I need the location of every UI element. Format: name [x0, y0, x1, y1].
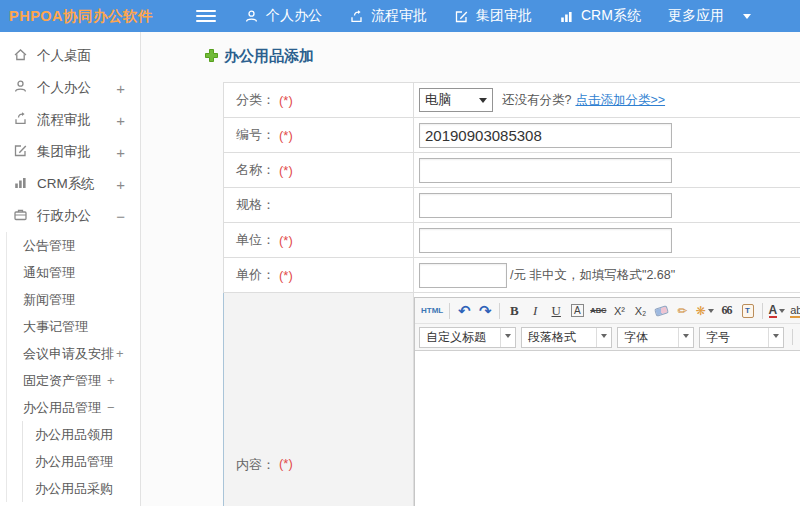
caret-down-icon [743, 14, 751, 23]
home-icon [13, 47, 28, 65]
topnav-more-apps[interactable]: 更多应用 [668, 7, 751, 25]
caret-down-icon [779, 309, 785, 316]
expand-toggle[interactable]: + [116, 112, 125, 129]
menu-toggle-icon[interactable] [196, 10, 216, 22]
caret-down-icon [505, 334, 511, 341]
editor-content-area[interactable] [415, 351, 800, 506]
edit-icon [13, 143, 28, 161]
expand-toggle[interactable]: + [116, 176, 125, 193]
format-brush-button[interactable]: ✏ [672, 301, 692, 321]
code-input[interactable] [419, 123, 672, 148]
collapse-toggle[interactable]: − [107, 400, 115, 415]
price-label: 单价： [236, 266, 275, 284]
office-supply-form: 分类： (*) 电脑 还没有分类? 点击添加分类>> 编号： (*) [223, 82, 800, 506]
caret-down-icon [479, 98, 487, 107]
caret-down-icon [773, 334, 779, 341]
topbar: PHPOA协同办公软件 个人办公 流程审批 集团审批 CRM系统 [0, 0, 800, 32]
html-source-button[interactable]: HTML [419, 301, 445, 321]
eraser-icon [654, 305, 669, 317]
price-format-hint: /元 非中文，如填写格式"2.68" [510, 267, 675, 284]
topnav-group-approval[interactable]: 集团审批 [454, 7, 532, 25]
bold-button[interactable]: B [504, 301, 524, 321]
content-label: 内容： [236, 456, 275, 474]
page-body: 个人桌面 个人办公 + 流程审批 + 集团审批 + [0, 32, 800, 506]
add-category-link[interactable]: 点击添加分类>> [575, 92, 665, 109]
category-select[interactable]: 电脑 [419, 88, 493, 112]
sidebar-item-notice-mgmt[interactable]: 通知管理 [7, 259, 140, 286]
page-title: 办公用品添加 [224, 47, 314, 66]
undo-button[interactable]: ↶ [454, 301, 474, 321]
category-hint: 还没有分类? [502, 92, 571, 109]
name-input[interactable] [419, 158, 672, 183]
redo-button[interactable]: ↷ [475, 301, 495, 321]
topnav-workflow-approval[interactable]: 流程审批 [349, 7, 427, 25]
app-logo: PHPOA协同办公软件 [0, 7, 178, 26]
add-plus-icon [205, 48, 218, 66]
sidebar-item-personal-office[interactable]: 个人办公 + [0, 72, 140, 104]
unit-input[interactable] [419, 228, 672, 253]
sidebar-item-announcement-mgmt[interactable]: 公告管理 [7, 232, 140, 259]
sidebar-item-personal-desktop[interactable]: 个人桌面 [0, 40, 140, 72]
required-marker: (*) [279, 163, 293, 178]
sidebar-item-office-supplies-mgmt[interactable]: 办公用品管理 − [7, 394, 140, 421]
editor-toolbar-row1: HTML ↶ ↷ B I U A ABC X² X₂ [415, 298, 800, 324]
blockquote-button[interactable]: 66 [717, 301, 737, 321]
form-row-category: 分类： (*) 电脑 还没有分类? 点击添加分类>> [223, 83, 800, 118]
required-marker: (*) [279, 233, 293, 248]
sidebar-item-group-approval[interactable]: 集团审批 + [0, 136, 140, 168]
spec-input[interactable] [419, 193, 672, 218]
topnav-personal-office[interactable]: 个人办公 [244, 7, 322, 25]
form-row-unit: 单位： (*) [223, 223, 800, 258]
custom-heading-select[interactable]: 自定义标题 [419, 327, 516, 348]
italic-button[interactable]: I [525, 301, 545, 321]
expand-toggle[interactable]: + [107, 373, 115, 388]
bar-chart-icon [559, 9, 574, 24]
person-icon [244, 9, 259, 24]
page-title-row: 办公用品添加 [205, 47, 800, 66]
sidebar-item-workflow-approval[interactable]: 流程审批 + [0, 104, 140, 136]
expand-toggle[interactable]: + [116, 346, 124, 361]
form-row-name: 名称： (*) [223, 153, 800, 188]
briefcase-icon [13, 207, 28, 225]
workflow-icon [349, 9, 364, 24]
collapse-toggle[interactable]: − [116, 208, 125, 225]
sidebar: 个人桌面 个人办公 + 流程审批 + 集团审批 + [0, 32, 141, 506]
font-family-select[interactable]: 字体 [617, 327, 694, 348]
sidebar-item-admin-office[interactable]: 行政办公 − [0, 200, 140, 232]
sidebar-item-crm[interactable]: CRM系统 + [0, 168, 140, 200]
toolbar-separator [792, 329, 793, 345]
eraser-button[interactable] [651, 301, 671, 321]
office-supplies-submenu: 办公用品领用 办公用品管理 办公用品采购 [22, 421, 140, 502]
subscript-button[interactable]: X₂ [630, 301, 650, 321]
expand-toggle[interactable]: + [116, 144, 125, 161]
paragraph-format-select[interactable]: 段落格式 [521, 327, 612, 348]
caret-down-icon [683, 334, 689, 341]
topnav-crm[interactable]: CRM系统 [559, 7, 641, 25]
edit-icon [454, 9, 469, 24]
sidebar-item-fixed-assets[interactable]: 固定资产管理 + [7, 367, 140, 394]
font-color-button[interactable]: A [767, 301, 788, 321]
expand-toggle[interactable]: + [116, 80, 125, 97]
text-highlight-button[interactable]: ab [788, 301, 800, 321]
form-row-price: 单价： (*) /元 非中文，如填写格式"2.68" [223, 258, 800, 293]
price-input[interactable] [419, 263, 507, 288]
sidebar-item-supplies-claim[interactable]: 办公用品领用 [23, 421, 140, 448]
font-size-select[interactable]: 字号 [699, 327, 784, 348]
form-row-content: 内容： (*) HTML ↶ ↷ B I U [223, 293, 800, 506]
sidebar-item-news-mgmt[interactable]: 新闻管理 [7, 286, 140, 313]
magic-pen-button[interactable]: ❋ [693, 301, 715, 321]
superscript-button[interactable]: X² [609, 301, 629, 321]
code-label: 编号： [236, 126, 275, 144]
underline-button[interactable]: U [546, 301, 566, 321]
unit-label: 单位： [236, 231, 275, 249]
caret-down-icon [601, 334, 607, 341]
sidebar-item-supplies-manage[interactable]: 办公用品管理 [23, 448, 140, 475]
sidebar-item-events-mgmt[interactable]: 大事记管理 [7, 313, 140, 340]
sidebar-item-meeting-request[interactable]: 会议申请及安排 + [7, 340, 140, 367]
strikethrough-button[interactable]: ABC [588, 301, 608, 321]
paste-button[interactable]: T [738, 301, 758, 321]
boxed-text-button[interactable]: A [571, 304, 584, 317]
person-icon [13, 79, 28, 97]
bar-chart-icon [13, 175, 28, 193]
sidebar-item-supplies-purchase[interactable]: 办公用品采购 [23, 475, 140, 502]
